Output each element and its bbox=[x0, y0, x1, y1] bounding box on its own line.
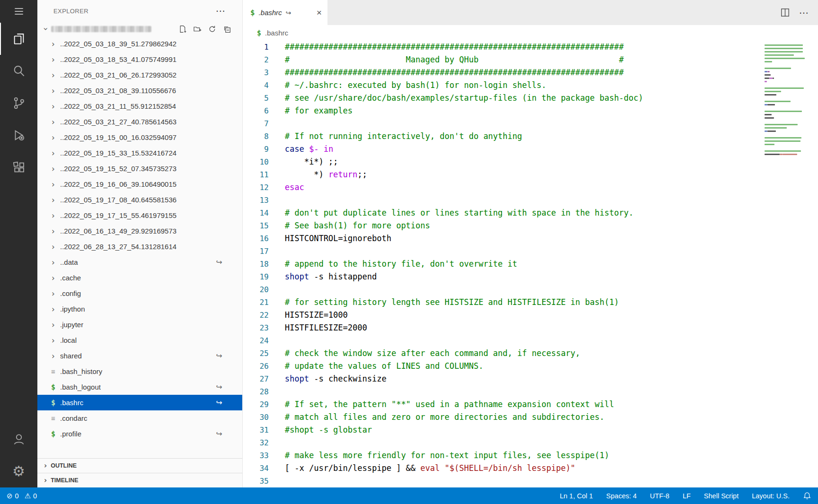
line-number[interactable]: 6 bbox=[243, 104, 269, 117]
new-file-button[interactable] bbox=[178, 25, 187, 33]
tree-item-bashrc[interactable]: $.bashrc↪ bbox=[37, 395, 242, 410]
code-line-text[interactable]: # If set, the pattern "**" used in a pat… bbox=[285, 398, 614, 411]
tree-item-2022-05-19-15-52-07-345735273[interactable]: ›..2022_05_19_15_52_07.345735273 bbox=[37, 161, 242, 176]
line-number[interactable]: 29 bbox=[243, 398, 269, 411]
tree-item-ipython[interactable]: ›.ipython bbox=[37, 301, 242, 317]
code-line-text[interactable]: # ~/.bashrc: executed by bash(1) for non… bbox=[285, 79, 546, 92]
code-line-text[interactable]: shopt -s checkwinsize bbox=[285, 373, 387, 385]
tree-item-2022-05-19-15-33-15-532416724[interactable]: ›..2022_05_19_15_33_15.532416724 bbox=[37, 145, 242, 161]
line-number[interactable]: 35 bbox=[243, 475, 269, 487]
line-number[interactable]: 3 bbox=[243, 66, 269, 79]
workspace-header[interactable]: › bbox=[37, 22, 242, 36]
tree-item-jupyter[interactable]: ›.jupyter bbox=[37, 317, 242, 332]
tree-item-2022-06-16-13-49-29-929169573[interactable]: ›..2022_06_16_13_49_29.929169573 bbox=[37, 223, 242, 239]
line-number[interactable]: 5 bbox=[243, 92, 269, 104]
explorer-more-actions-icon[interactable]: ⋯ bbox=[216, 6, 225, 16]
code-line-text[interactable]: [ -x /usr/bin/lesspipe ] && eval "$(SHEL… bbox=[285, 462, 575, 475]
line-number[interactable]: 2 bbox=[243, 53, 269, 66]
code-line-text[interactable]: # update the values of LINES and COLUMNS… bbox=[285, 360, 484, 373]
tree-item-2022-06-28-13-27-54-131281614[interactable]: ›..2022_06_28_13_27_54.131281614 bbox=[37, 239, 242, 254]
problems-button[interactable]: ⊘ 0 ⚠ 0 bbox=[7, 492, 37, 500]
tree-item-bash-logout[interactable]: $.bash_logout↪ bbox=[37, 379, 242, 395]
line-number[interactable]: 11 bbox=[243, 168, 269, 181]
settings-gear-icon[interactable]: ⚙ bbox=[0, 455, 37, 487]
search-icon[interactable] bbox=[0, 55, 37, 87]
code-line-text[interactable]: # append to the history file, don't over… bbox=[285, 258, 517, 270]
line-number[interactable]: 9 bbox=[243, 143, 269, 156]
status-keyboard-layout[interactable]: Layout: U.S. bbox=[752, 492, 790, 500]
line-number[interactable]: 10 bbox=[243, 156, 269, 168]
code-line-text[interactable]: # Managed by QHub # bbox=[285, 53, 624, 66]
refresh-icon[interactable] bbox=[208, 25, 216, 33]
line-number[interactable]: 18 bbox=[243, 258, 269, 270]
code-line-text[interactable]: shopt -s histappend bbox=[285, 270, 377, 283]
line-number[interactable]: 26 bbox=[243, 360, 269, 373]
source-control-icon[interactable] bbox=[0, 87, 37, 119]
code-line-text[interactable]: # check the window size after each comma… bbox=[285, 347, 580, 360]
code-line-text[interactable]: # for setting history length see HISTSIZ… bbox=[285, 296, 619, 309]
line-number[interactable]: 34 bbox=[243, 462, 269, 475]
code-line-text[interactable]: # See bash(1) for more options bbox=[285, 219, 430, 232]
outline-section-header[interactable]: › OUTLINE bbox=[37, 458, 242, 473]
explorer-icon[interactable] bbox=[0, 23, 37, 55]
code-line-text[interactable]: #shopt -s globstar bbox=[285, 424, 372, 436]
menu-icon[interactable] bbox=[0, 0, 37, 23]
line-number[interactable]: 28 bbox=[243, 385, 269, 398]
code-line-text[interactable]: # for examples bbox=[285, 104, 352, 117]
split-editor-button[interactable] bbox=[781, 8, 790, 17]
code-line-text[interactable]: HISTFILESIZE=2000 bbox=[285, 322, 367, 334]
tree-item-shared[interactable]: ›shared↪ bbox=[37, 348, 242, 364]
tree-item-2022-05-03-18-39-51-279862942[interactable]: ›..2022_05_03_18_39_51.279862942 bbox=[37, 36, 242, 52]
line-number[interactable]: 20 bbox=[243, 283, 269, 296]
code-line-text[interactable]: case $- in bbox=[285, 143, 333, 156]
editor-more-actions-icon[interactable]: ⋯ bbox=[799, 8, 809, 17]
line-number[interactable]: 22 bbox=[243, 309, 269, 322]
line-number[interactable]: 23 bbox=[243, 322, 269, 334]
line-number[interactable]: 16 bbox=[243, 232, 269, 245]
collapse-folders-icon[interactable] bbox=[222, 25, 231, 33]
tree-item-2022-05-19-17-08-40-645581536[interactable]: ›..2022_05_19_17_08_40.645581536 bbox=[37, 192, 242, 208]
tree-item-local[interactable]: ›.local bbox=[37, 332, 242, 348]
line-number[interactable]: 31 bbox=[243, 424, 269, 436]
line-number[interactable]: 13 bbox=[243, 194, 269, 207]
tree-item-2022-05-03-18-53-41-075749991[interactable]: ›..2022_05_03_18_53_41.075749991 bbox=[37, 52, 242, 67]
tree-item-config[interactable]: ›.config bbox=[37, 286, 242, 301]
line-number[interactable]: 8 bbox=[243, 130, 269, 143]
code-line-text[interactable]: # match all files and zero or more direc… bbox=[285, 411, 605, 424]
tree-item-cache[interactable]: ›.cache bbox=[37, 270, 242, 286]
line-number[interactable]: 24 bbox=[243, 334, 269, 347]
code-line-text[interactable]: HISTSIZE=1000 bbox=[285, 309, 348, 322]
code-line-text[interactable]: ########################################… bbox=[285, 41, 624, 53]
line-number[interactable]: 32 bbox=[243, 436, 269, 449]
code-line-text[interactable]: HISTCONTROL=ignoreboth bbox=[285, 232, 391, 245]
line-number[interactable]: 21 bbox=[243, 296, 269, 309]
tree-item-2022-05-19-17-15-55-461979155[interactable]: ›..2022_05_19_17_15_55.461979155 bbox=[37, 208, 242, 223]
tree-item-profile[interactable]: $.profile↪ bbox=[37, 426, 242, 442]
line-number[interactable]: 12 bbox=[243, 181, 269, 194]
breadcrumb-item-filename[interactable]: .bashrc bbox=[265, 29, 288, 37]
extensions-icon[interactable] bbox=[0, 151, 37, 183]
tree-item-condarc[interactable]: ≡.condarc bbox=[37, 410, 242, 426]
tree-item-bash-history[interactable]: ≡.bash_history bbox=[37, 364, 242, 379]
line-number[interactable]: 17 bbox=[243, 245, 269, 258]
tab-bashrc[interactable]: $ .bashrc ↪ × bbox=[243, 0, 328, 25]
code-line-text[interactable]: ########################################… bbox=[285, 66, 624, 79]
tree-item-2022-05-03-21-08-39-110556676[interactable]: ›..2022_05_03_21_08_39.110556676 bbox=[37, 83, 242, 98]
code-line-text[interactable]: # make less more friendly for non-text i… bbox=[285, 449, 609, 462]
minimap[interactable] bbox=[765, 43, 809, 159]
code-line-text[interactable]: *i*) ;; bbox=[285, 156, 338, 168]
line-number[interactable]: 30 bbox=[243, 411, 269, 424]
status-indentation[interactable]: Spaces: 4 bbox=[606, 492, 637, 500]
code-line-text[interactable]: *) return;; bbox=[285, 168, 367, 181]
line-number[interactable]: 1 bbox=[243, 41, 269, 53]
line-number[interactable]: 19 bbox=[243, 270, 269, 283]
account-icon[interactable] bbox=[0, 423, 37, 455]
status-language-mode[interactable]: Shell Script bbox=[704, 492, 739, 500]
line-number[interactable]: 27 bbox=[243, 373, 269, 385]
timeline-section-header[interactable]: › TIMELINE bbox=[37, 473, 242, 487]
status-eol[interactable]: LF bbox=[683, 492, 691, 500]
tab-close-icon[interactable]: × bbox=[317, 8, 322, 17]
tree-item-2022-05-19-16-06-39-106490015[interactable]: ›..2022_05_19_16_06_39.106490015 bbox=[37, 176, 242, 192]
code-line-text[interactable]: esac bbox=[285, 181, 304, 194]
tree-item-2022-05-03-21-27-40-785614563[interactable]: ›..2022_05_03_21_27_40.785614563 bbox=[37, 114, 242, 130]
